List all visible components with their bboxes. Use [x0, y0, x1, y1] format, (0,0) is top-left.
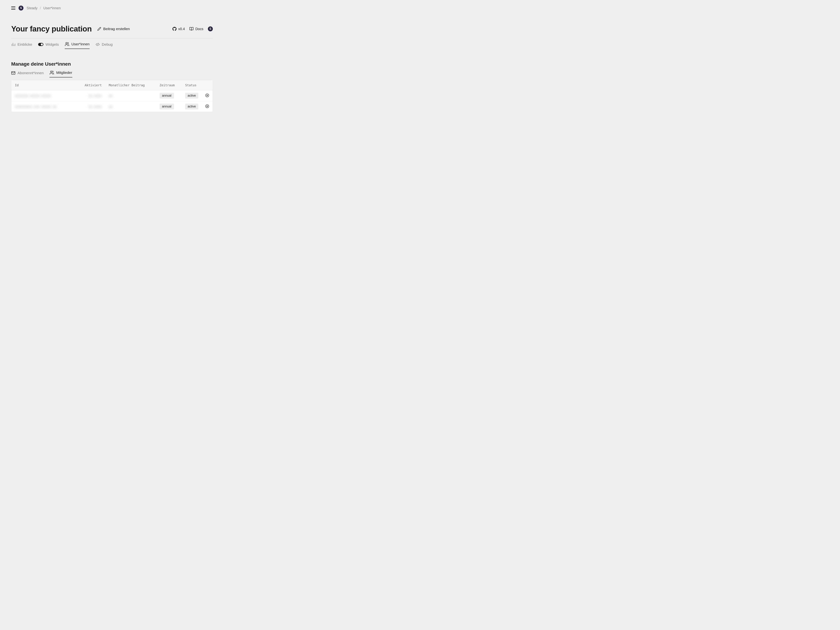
tab-widgets-label: Widgets — [46, 43, 59, 47]
breadcrumb-separator: / — [40, 6, 41, 10]
subtab-abonnentinnen-label: Abonennt*innen — [17, 71, 44, 75]
toggle-icon — [38, 43, 43, 46]
zeitraum-badge: annual — [159, 104, 174, 109]
subtab-abonnentinnen[interactable]: Abonennt*innen — [11, 71, 44, 77]
delete-row-button[interactable] — [205, 104, 209, 108]
create-post-label: Beitrag erstellen — [103, 27, 130, 31]
close-circle-icon — [205, 104, 209, 108]
col-monatlicher-beitrag: Monatlicher Beitrag — [105, 80, 156, 90]
status-badge: active — [185, 104, 198, 109]
primary-tabs: Einblicke Widgets User*innen Debug — [11, 38, 213, 49]
github-icon — [172, 27, 177, 31]
docs-link[interactable]: Docs — [189, 27, 203, 31]
breadcrumb-current: User*innen — [43, 6, 61, 10]
svg-point-7 — [51, 71, 52, 73]
github-link[interactable]: v0.4 — [172, 27, 185, 31]
tab-debug-label: Debug — [102, 43, 113, 47]
tab-userinnen-label: User*innen — [71, 42, 90, 46]
users-icon — [65, 42, 69, 46]
col-zeitraum: Zeitraum — [156, 80, 182, 90]
svg-point-4 — [66, 43, 67, 44]
docs-label: Docs — [195, 27, 203, 31]
users-icon — [49, 70, 54, 75]
col-status: Status — [182, 80, 202, 90]
subtab-mitglieder-label: Mitglieder — [56, 71, 72, 75]
tab-userinnen[interactable]: User*innen — [65, 42, 90, 49]
secondary-tabs: Abonennt*innen Mitglieder — [11, 70, 213, 77]
book-icon — [189, 27, 194, 31]
tab-debug[interactable]: Debug — [96, 43, 113, 49]
table-row: xxxxxxx-xxxxx-xxxxxxx.xxxxxxannualactive — [11, 90, 213, 101]
mail-icon — [11, 71, 16, 75]
breadcrumb: Steady / User*innen — [27, 6, 61, 10]
col-aktiviert: Aktiviert — [71, 80, 105, 90]
cell-aktiviert: xx.xxxx — [88, 94, 102, 98]
cell-id: xxxxxxxxx-xxx-xxxxx-xx — [15, 105, 57, 108]
tab-einblicke[interactable]: Einblicke — [11, 43, 32, 49]
tab-einblicke-label: Einblicke — [17, 43, 32, 47]
cell-id: xxxxxxx-xxxxx-xxxxx — [15, 94, 51, 98]
tab-widgets[interactable]: Widgets — [38, 43, 59, 49]
profile-badge[interactable]: S — [208, 27, 213, 31]
page-title: Your fancy publication — [11, 25, 92, 33]
cell-beitrag: xx — [109, 94, 112, 98]
delete-row-button[interactable] — [205, 93, 209, 97]
bar-chart-icon — [11, 43, 16, 47]
breadcrumb-root[interactable]: Steady — [27, 6, 38, 10]
members-table: Id Aktiviert Monatlicher Beitrag Zeitrau… — [11, 80, 213, 112]
cell-aktiviert: xx.xxxx — [88, 105, 102, 108]
subtab-mitglieder[interactable]: Mitglieder — [49, 70, 72, 77]
zeitraum-badge: annual — [159, 93, 174, 98]
version-label: v0.4 — [178, 27, 185, 31]
cell-beitrag: xx — [109, 105, 112, 108]
col-actions — [202, 80, 213, 90]
col-id: Id — [11, 80, 71, 90]
svg-line-5 — [97, 43, 98, 46]
create-post-button[interactable]: Beitrag erstellen — [97, 27, 130, 31]
section-title: Manage deine User*innen — [11, 61, 213, 67]
status-badge: active — [185, 93, 198, 98]
logo-badge[interactable]: S — [19, 6, 24, 11]
close-circle-icon — [205, 93, 209, 97]
table-row: xxxxxxxxx-xxx-xxxxx-xxxx.xxxxxxannualact… — [11, 101, 213, 112]
menu-button[interactable] — [11, 6, 16, 10]
pencil-icon — [97, 27, 101, 31]
code-icon — [96, 43, 100, 47]
